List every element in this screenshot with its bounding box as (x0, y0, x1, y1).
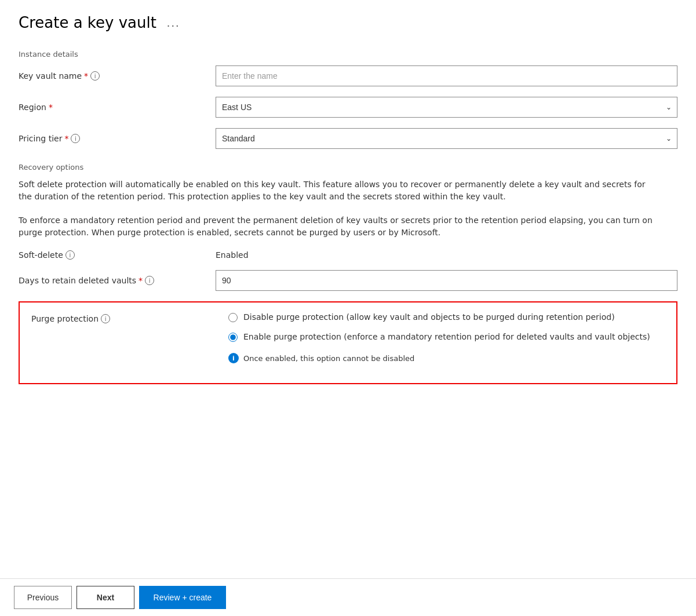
page-title-row: Create a key vault ... (19, 14, 677, 31)
days-retain-label: Days to retain deleted vaults * i (19, 276, 216, 285)
required-star-region: * (49, 103, 53, 112)
soft-delete-info-icon[interactable]: i (65, 250, 75, 260)
recovery-section-label: Recovery options (19, 163, 677, 172)
days-retain-row: Days to retain deleted vaults * i (19, 270, 677, 291)
soft-delete-description: Soft delete protection will automaticall… (19, 178, 656, 203)
purge-protection-note: i Once enabled, this option cannot be di… (228, 353, 665, 363)
instance-section-label: Instance details (19, 50, 677, 59)
purge-protection-row: Purge protection i Disable purge protect… (31, 312, 665, 363)
key-vault-name-label: Key vault name * i (19, 71, 216, 81)
soft-delete-label: Soft-delete i (19, 250, 216, 260)
recovery-section: Recovery options Soft delete protection … (19, 163, 677, 384)
pricing-tier-row: Pricing tier * i Standard Premium ⌄ (19, 128, 677, 149)
page-title: Create a key vault (19, 14, 156, 31)
required-star-days: * (139, 276, 143, 285)
region-row: Region * East US West US West Europe Eas… (19, 97, 677, 118)
key-vault-name-row: Key vault name * i (19, 65, 677, 86)
region-label: Region * (19, 103, 216, 112)
key-vault-name-input[interactable] (216, 65, 677, 86)
purge-protection-options: Disable purge protection (allow key vaul… (228, 312, 665, 363)
pricing-tier-info-icon[interactable]: i (71, 134, 80, 143)
soft-delete-value-wrapper: Enabled (216, 250, 677, 260)
soft-delete-value: Enabled (216, 250, 249, 260)
instance-details-section: Instance details Key vault name * i Regi… (19, 50, 677, 149)
pricing-tier-select-wrapper: Standard Premium ⌄ (216, 128, 677, 149)
pricing-tier-label: Pricing tier * i (19, 134, 216, 143)
purge-protection-box: Purge protection i Disable purge protect… (19, 301, 677, 384)
days-retain-info-icon[interactable]: i (145, 276, 154, 285)
key-vault-name-info-icon[interactable]: i (90, 71, 100, 81)
purge-note-text: Once enabled, this option cannot be disa… (243, 354, 414, 363)
purge-enable-label: Enable purge protection (enforce a manda… (243, 331, 650, 343)
purge-disable-label: Disable purge protection (allow key vaul… (243, 312, 615, 323)
purge-disable-option[interactable]: Disable purge protection (allow key vaul… (228, 312, 665, 323)
region-select-wrapper: East US West US West Europe East Asia ⌄ (216, 97, 677, 118)
key-vault-name-input-wrapper (216, 65, 677, 86)
pricing-tier-select[interactable]: Standard Premium (216, 128, 677, 149)
purge-note-info-icon: i (228, 353, 239, 363)
purge-protection-info-icon[interactable]: i (101, 314, 110, 323)
purge-disable-radio[interactable] (228, 313, 238, 322)
days-retain-input[interactable] (216, 270, 677, 291)
required-star: * (84, 71, 88, 81)
ellipsis-menu-button[interactable]: ... (163, 15, 184, 31)
purge-enable-option[interactable]: Enable purge protection (enforce a manda… (228, 331, 665, 343)
purge-protection-label: Purge protection i (31, 312, 228, 323)
soft-delete-row: Soft-delete i Enabled (19, 250, 677, 260)
purge-enable-radio[interactable] (228, 333, 238, 342)
region-select[interactable]: East US West US West Europe East Asia (216, 97, 677, 118)
required-star-pricing: * (64, 134, 68, 143)
days-retain-input-wrapper (216, 270, 677, 291)
purge-description: To enforce a mandatory retention period … (19, 214, 656, 239)
